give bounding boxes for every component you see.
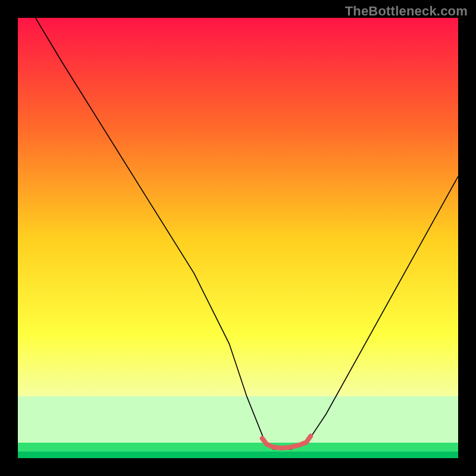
curve-layer [18, 18, 458, 458]
plot-area [18, 18, 458, 458]
bottleneck-curve [36, 18, 458, 449]
chart-frame: TheBottleneck.com [0, 0, 476, 476]
watermark-text: TheBottleneck.com [345, 4, 468, 19]
optimal-zone-marker [262, 436, 311, 448]
